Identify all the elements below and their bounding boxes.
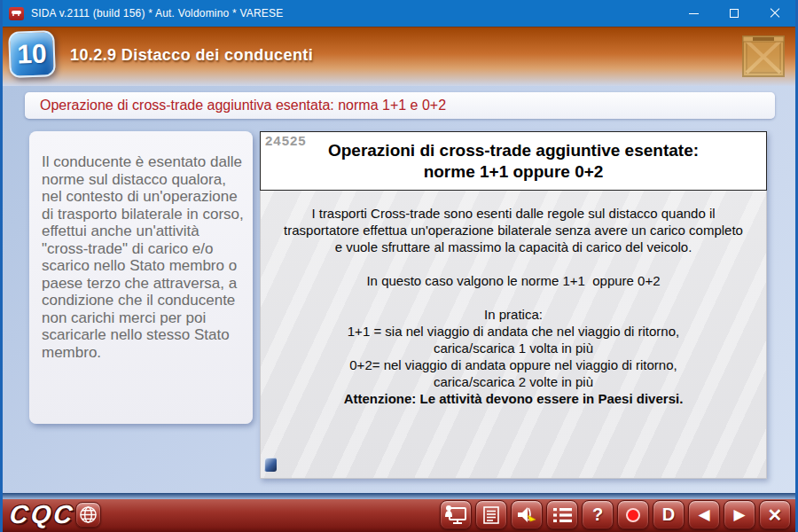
forward-button[interactable]: ▶ (724, 500, 755, 529)
speaker-icon (515, 505, 538, 526)
list-icon (552, 506, 573, 524)
window-title: SIDA v.2111 (build 156) * Aut. Voldomino… (31, 7, 283, 20)
record-icon (626, 508, 640, 522)
maximize-icon (730, 9, 739, 18)
back-button[interactable]: ◀ (688, 500, 720, 529)
lesson-subtitle-bar: Operazione di cross-trade aggiuntiva ese… (25, 92, 775, 119)
screen-share-button[interactable] (440, 500, 472, 529)
app-window: SIDA v.2111 (build 156) * Aut. Voldomino… (0, 0, 798, 532)
slide-body: I trasporti Cross-trade sono esenti dall… (260, 191, 767, 479)
text-document-button[interactable] (475, 500, 507, 529)
slide-watermark: 24525 (265, 133, 307, 148)
maximize-button[interactable] (714, 0, 755, 27)
language-globe-button[interactable] (75, 502, 101, 528)
minimize-button[interactable] (673, 0, 714, 27)
globe-icon (79, 505, 98, 524)
lesson-subtitle: Operazione di cross-trade aggiuntiva ese… (40, 98, 446, 113)
chapter-number-badge: 10 (8, 30, 56, 78)
page-mini-icon[interactable] (264, 458, 277, 472)
app-logo-icon (9, 7, 24, 20)
index-list-button[interactable] (546, 500, 578, 529)
exit-button[interactable]: ✕ (759, 500, 791, 529)
help-button[interactable]: ? (582, 500, 614, 529)
dictionary-button[interactable]: D (653, 500, 685, 529)
close-icon (770, 8, 780, 19)
explanation-panel: Il conducente è esentato dalle norme sul… (29, 131, 253, 424)
toolbar-stripe (3, 493, 795, 499)
bottom-toolbar: CQC (3, 493, 795, 532)
dictionary-label: D (662, 505, 675, 525)
practice-title: In pratica: (278, 306, 748, 323)
close-window-button[interactable] (755, 0, 795, 27)
explanation-text: Il conducente è esentato dalle norme sul… (29, 131, 253, 361)
warning-text: Attenzione: Le attività devono essere in… (278, 390, 748, 407)
exit-x-icon: ✕ (768, 505, 783, 526)
help-label: ? (592, 505, 603, 525)
record-button[interactable] (617, 500, 649, 529)
back-arrow-icon: ◀ (698, 505, 709, 524)
forward-arrow-icon: ▶ (733, 505, 745, 524)
slide-content: 24525 Operazioni di cross-trade aggiunti… (260, 131, 767, 479)
rule-line: 0+2= nel viaggio di andata oppure nel vi… (278, 356, 748, 373)
slide-paragraph: In questo caso valgono le norme 1+1 oppu… (278, 272, 748, 289)
crate-icon (742, 34, 785, 78)
titlebar: SIDA v.2111 (build 156) * Aut. Voldomino… (3, 0, 795, 27)
slide-title-box: 24525 Operazioni di cross-trade aggiunti… (260, 131, 767, 191)
document-icon (481, 505, 501, 525)
slide-title-line1: Operazioni di cross-trade aggiuntive ese… (328, 140, 699, 161)
minimize-icon (689, 13, 699, 14)
slide-title-line2: norme 1+1 oppure 0+2 (424, 161, 604, 183)
screen-person-icon (444, 505, 467, 526)
audio-button[interactable] (511, 500, 543, 529)
slide-paragraph: I trasporti Cross-trade sono esenti dall… (278, 205, 748, 255)
page-title: 10.2.9 Distacco dei conducenti (70, 46, 313, 65)
rule-line: carica/scarica 1 volta in più (278, 340, 748, 356)
chapter-header: 10 10.2.9 Distacco dei conducenti (3, 27, 795, 86)
rule-line: carica/scarica 2 volte in più (278, 373, 748, 390)
cqc-logo: CQC (8, 500, 76, 529)
rule-line: 1+1 = sia nel viaggio di andata che nel … (278, 323, 748, 340)
